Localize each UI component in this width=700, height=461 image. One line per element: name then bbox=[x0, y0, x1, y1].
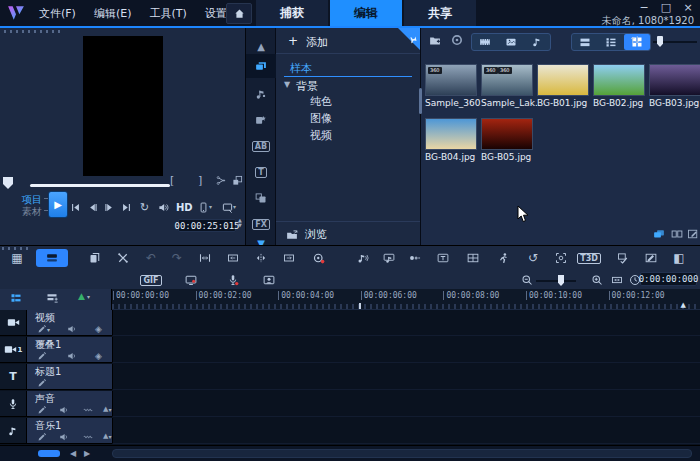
transition-category-icon[interactable] bbox=[246, 108, 276, 132]
tab-编辑[interactable]: 编辑 bbox=[330, 0, 402, 26]
mark-in-icon[interactable]: [ bbox=[170, 175, 174, 186]
overlay-category-icon[interactable] bbox=[246, 186, 276, 210]
repeat-icon[interactable]: ↻ bbox=[140, 200, 149, 214]
jump-start-icon[interactable] bbox=[70, 200, 81, 214]
media-thumbnail[interactable]: 360 bbox=[425, 64, 477, 96]
track-lane[interactable] bbox=[112, 337, 700, 363]
webcam-icon[interactable] bbox=[258, 271, 280, 289]
track-lane[interactable] bbox=[112, 391, 700, 417]
scrubber-thumb[interactable] bbox=[3, 177, 13, 189]
media-thumbnail[interactable] bbox=[593, 64, 645, 96]
record-icon[interactable] bbox=[451, 34, 463, 46]
sort-icon[interactable] bbox=[629, 34, 641, 46]
track-wave-icon[interactable] bbox=[83, 432, 93, 442]
subtitle-editor-icon[interactable] bbox=[432, 249, 454, 267]
media-thumbnail[interactable] bbox=[537, 64, 589, 96]
extend-interval-icon[interactable] bbox=[278, 249, 300, 267]
track-lane[interactable] bbox=[112, 364, 700, 390]
prev-frame-icon[interactable] bbox=[87, 200, 98, 214]
jump-end-icon[interactable] bbox=[121, 200, 132, 214]
track-speaker-icon[interactable] bbox=[67, 324, 77, 334]
maximize-icon[interactable]: □ bbox=[660, 1, 672, 14]
motion-tracking-icon[interactable] bbox=[492, 249, 514, 267]
media-thumbnail[interactable] bbox=[481, 118, 533, 150]
face-effect-icon[interactable] bbox=[550, 249, 572, 267]
track-pencil-caret-icon[interactable]: ▾ bbox=[37, 324, 50, 334]
media-thumbnail[interactable]: 360360 bbox=[481, 64, 533, 96]
timeline-zoom-slider-track[interactable] bbox=[536, 280, 576, 282]
screen-capture-icon[interactable] bbox=[180, 271, 202, 289]
tree-item-background[interactable]: 背景 bbox=[296, 79, 318, 94]
audio-filter-icon[interactable] bbox=[524, 34, 550, 50]
add-folder-label[interactable]: 添加 bbox=[306, 35, 328, 50]
track-lane[interactable] bbox=[112, 310, 700, 336]
redo-icon[interactable]: ↷ bbox=[166, 249, 188, 267]
timeline-view-icon[interactable] bbox=[36, 249, 68, 267]
mark-out-icon[interactable]: ] bbox=[198, 175, 202, 186]
tree-item-纯色[interactable]: 纯色 bbox=[310, 94, 332, 109]
track-pencil-icon[interactable] bbox=[37, 378, 47, 388]
voice-track-icon[interactable] bbox=[0, 391, 26, 417]
tree-item-图像[interactable]: 图像 bbox=[310, 111, 332, 126]
track-scroll-thumb[interactable] bbox=[38, 450, 60, 457]
overlay-track-icon[interactable]: 1 bbox=[0, 337, 26, 363]
sound-mixer-icon[interactable] bbox=[352, 249, 374, 267]
track-duck-icon[interactable]: ▲▾ bbox=[103, 432, 111, 440]
timecode-spinner[interactable]: ▲▼ bbox=[238, 218, 242, 227]
track-manager-icon[interactable] bbox=[46, 292, 58, 304]
timeline-zoom-slider-thumb[interactable] bbox=[558, 275, 564, 286]
track-list-icon[interactable] bbox=[10, 292, 22, 304]
zoom-out-icon[interactable] bbox=[516, 271, 538, 289]
tab-捕获[interactable]: 捕获 bbox=[256, 0, 328, 26]
volume-icon[interactable] bbox=[158, 200, 169, 214]
panel-drag-handle[interactable] bbox=[4, 30, 64, 33]
menu-3[interactable]: 工具(T) bbox=[140, 6, 195, 21]
track-header[interactable]: 声音▲▾ bbox=[26, 391, 112, 417]
tab-共享[interactable]: 共享 bbox=[404, 0, 476, 26]
preview-timecode[interactable]: 00:00:25:015 bbox=[178, 219, 236, 232]
track-pencil-icon[interactable] bbox=[37, 351, 47, 361]
list-view-icon[interactable] bbox=[572, 34, 598, 50]
import-folder-icon[interactable] bbox=[429, 34, 441, 46]
track-ripple-icon[interactable]: ◈ bbox=[95, 351, 102, 361]
track-header[interactable]: 覆叠1◈ bbox=[26, 337, 112, 363]
track-speaker-icon[interactable] bbox=[59, 405, 69, 415]
track-wave-icon[interactable] bbox=[83, 405, 93, 415]
music-track-icon[interactable] bbox=[0, 418, 26, 444]
menu-1[interactable]: 文件(F) bbox=[30, 6, 85, 21]
mode-clip-label[interactable]: 素材 bbox=[22, 205, 42, 219]
track-ripple-icon[interactable]: ◈ bbox=[95, 324, 102, 334]
media-thumbnail[interactable] bbox=[649, 64, 700, 96]
video-track-icon[interactable] bbox=[0, 310, 26, 336]
project-duration-timecode[interactable]: 0:00:00:000 bbox=[640, 272, 697, 286]
draw-mask-icon[interactable] bbox=[640, 249, 662, 267]
next-frame-icon[interactable] bbox=[104, 200, 115, 214]
home-button[interactable] bbox=[226, 3, 252, 24]
browse-button[interactable]: 浏览 bbox=[286, 227, 327, 242]
speed-icon[interactable] bbox=[404, 249, 426, 267]
scrubber-track[interactable] bbox=[30, 184, 170, 187]
lasso-icon[interactable]: ↺ bbox=[522, 249, 544, 267]
cue-bar[interactable] bbox=[112, 304, 700, 309]
hd-quality-button[interactable]: HD bbox=[176, 202, 193, 213]
tree-item-sample[interactable]: 样本 bbox=[290, 61, 312, 76]
menu-2[interactable]: 编辑(E) bbox=[85, 6, 141, 21]
tree-item-视频[interactable]: 视频 bbox=[310, 128, 332, 143]
title-category-icon[interactable]: T bbox=[246, 160, 276, 184]
zoom-in-icon[interactable] bbox=[586, 271, 608, 289]
plus-icon[interactable]: + bbox=[288, 34, 298, 48]
split-screen-icon[interactable] bbox=[462, 249, 484, 267]
panel-splitter-handle[interactable] bbox=[419, 88, 422, 114]
horizontal-scrollbar-track[interactable] bbox=[112, 449, 692, 458]
detail-view-icon[interactable] bbox=[598, 34, 624, 50]
gif-icon[interactable]: GIF bbox=[140, 271, 162, 289]
voiceover-icon[interactable] bbox=[222, 271, 244, 289]
media-folders-icon[interactable] bbox=[653, 228, 665, 240]
undo-icon[interactable]: ↶ bbox=[140, 249, 162, 267]
thumbnail-size-slider-thumb[interactable] bbox=[657, 36, 663, 47]
customize-tools-icon[interactable] bbox=[112, 249, 134, 267]
minimize-icon[interactable]: − bbox=[638, 1, 650, 14]
enlarge-preview-icon[interactable] bbox=[232, 175, 243, 186]
play-button[interactable]: ▶ bbox=[48, 191, 68, 218]
photo-filter-icon[interactable] bbox=[498, 34, 524, 50]
